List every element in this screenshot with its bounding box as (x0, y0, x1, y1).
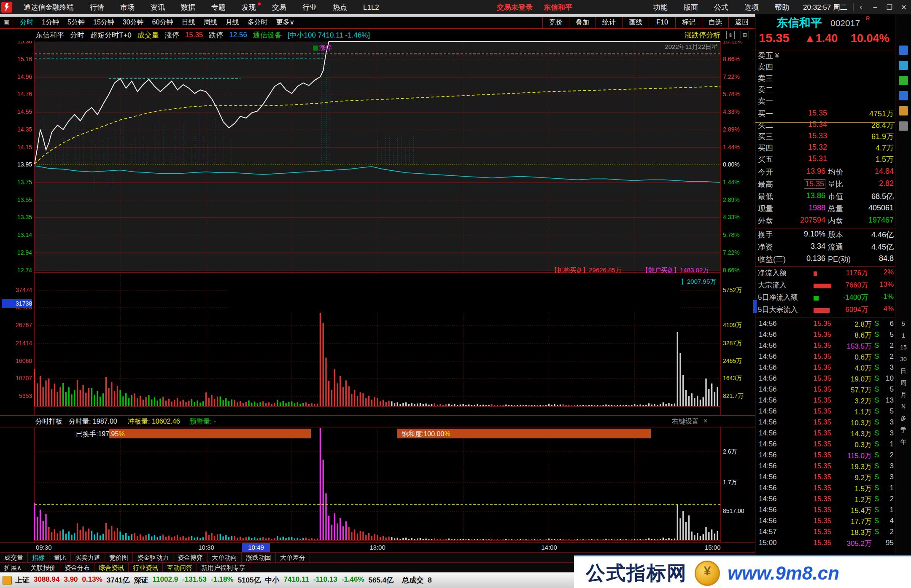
period-60分钟[interactable]: 60分钟 (148, 18, 178, 27)
menu-item-交易[interactable]: 交易 (264, 3, 294, 11)
login-status[interactable]: 交易未登录 (497, 3, 533, 12)
tab-大单动向[interactable]: 大单动向 (208, 553, 242, 563)
tab-成交量[interactable]: 成交量 (0, 553, 28, 563)
tick-row[interactable]: 14:5615.350.6万S2 (755, 352, 895, 363)
pin-icon[interactable]: ⊕ (726, 31, 735, 39)
menu-item-数据[interactable]: 数据 (173, 3, 203, 11)
tab-指标[interactable]: 指标 (28, 553, 49, 563)
back-icon[interactable]: ‹ (854, 3, 868, 11)
tick-row[interactable]: 14:5615.350.3万S1 (755, 440, 895, 451)
period-月线[interactable]: 月线 (221, 18, 243, 27)
menu-item-功能[interactable]: 功能 (645, 3, 676, 12)
strip-period-年[interactable]: 年 (895, 438, 911, 446)
tab-关联报价[interactable]: 关联报价 (26, 563, 60, 573)
tick-row[interactable]: 14:5615.3519.0万S10 (755, 374, 895, 385)
tick-row[interactable]: 14:5615.358.6万S5 (755, 330, 895, 341)
toolbar-button-标记[interactable]: 标记 (675, 17, 702, 28)
toolbar-button-F10[interactable]: F10 (649, 17, 675, 28)
menu-item-资讯[interactable]: 资讯 (143, 3, 173, 11)
tab-资金驱动力[interactable]: 资金驱动力 (133, 553, 173, 563)
period-分时[interactable]: 分时 (16, 18, 38, 27)
tab-资金博弈[interactable]: 资金博弈 (173, 553, 208, 563)
menu-item-行情[interactable]: 行情 (82, 3, 112, 11)
tick-row[interactable]: 14:5615.3519.3万S3 (755, 462, 895, 473)
draw-icon[interactable] (899, 76, 908, 85)
menu-item-选项[interactable]: 选项 (736, 3, 767, 12)
strip-period-日[interactable]: 日 (895, 368, 911, 375)
star-icon[interactable] (899, 106, 908, 115)
period-30分钟[interactable]: 30分钟 (119, 18, 148, 27)
toolbar-button-返回[interactable]: 返回 (728, 17, 755, 28)
tick-row[interactable]: 14:5615.353.2万S13 (755, 396, 895, 407)
toolbar-button-统计[interactable]: 统计 (596, 17, 622, 28)
flag-icon[interactable] (899, 121, 908, 131)
toolbar-button-竞价[interactable]: 竞价 (542, 17, 569, 28)
tick-row[interactable]: 14:5615.351.2万S2 (755, 495, 895, 506)
minimize-icon[interactable]: – (868, 3, 882, 11)
refresh-icon[interactable] (899, 61, 908, 70)
intraday-chart[interactable] (0, 29, 755, 551)
close-icon[interactable]: ✕ (897, 3, 911, 11)
period-1分钟[interactable]: 1分钟 (38, 18, 63, 27)
toolbar-button-画线[interactable]: 画线 (622, 17, 649, 28)
tick-row[interactable]: 14:5615.359.2万S3 (755, 473, 895, 484)
strip-period-1[interactable]: 1 (895, 332, 911, 339)
tab-行业资讯[interactable]: 行业资讯 (129, 563, 163, 573)
menu-item-版面[interactable]: 版面 (676, 3, 706, 12)
toolbar-button-自选[interactable]: 自选 (702, 17, 728, 28)
strip-period-5[interactable]: 5 (895, 320, 911, 327)
expand-icon[interactable]: ⊞ (741, 31, 749, 39)
tick-row[interactable]: 14:5615.351.5万S1 (755, 484, 895, 495)
tick-row[interactable]: 14:5615.35153.5万S2 (755, 341, 895, 352)
tick-row[interactable]: 14:5615.35115.0万S2 (755, 451, 895, 462)
tab-综合资讯[interactable]: 综合资讯 (94, 563, 129, 573)
market-status-icon[interactable] (3, 576, 12, 585)
tab-量比[interactable]: 量比 (49, 553, 71, 563)
strip-period-季[interactable]: 季 (895, 427, 911, 434)
tick-row[interactable]: 14:5615.352.8万S6 (755, 320, 895, 330)
menu-item-公式[interactable]: 公式 (706, 3, 736, 12)
tab-竞价图[interactable]: 竞价图 (105, 553, 133, 563)
tab-扩展∧[interactable]: 扩展∧ (0, 563, 26, 573)
tab-大单差分[interactable]: 大单差分 (276, 553, 310, 563)
restore-icon[interactable]: ❐ (882, 3, 897, 11)
menu-item-L1L2[interactable]: L1L2 (355, 3, 387, 11)
menu-item-市场[interactable]: 市场 (112, 3, 143, 11)
tick-row[interactable]: 14:5615.351.1万S5 (755, 407, 895, 418)
period-多分时[interactable]: 多分时 (243, 18, 272, 27)
tab-买卖力道[interactable]: 买卖力道 (71, 553, 105, 563)
industry-label[interactable]: 通信设备 (253, 30, 282, 40)
period-日线[interactable]: 日线 (177, 18, 199, 27)
menu-item-专题[interactable]: 专题 (203, 3, 234, 11)
watermark-url[interactable]: www.9m8.cn (728, 563, 839, 584)
sub-indicator-title[interactable]: 分时打板 (35, 417, 62, 426)
strip-period-周[interactable]: 周 (895, 379, 911, 387)
header-sub-indicator[interactable]: 成交量 (137, 30, 159, 40)
menu-item-发现[interactable]: 发现 (234, 3, 264, 11)
menu-item-行业[interactable]: 行业 (294, 3, 325, 11)
menu-item-通达信金融终端[interactable]: 通达信金融终端 (16, 3, 82, 11)
strip-period-多[interactable]: 多 (895, 415, 911, 422)
close-icon[interactable]: × (703, 417, 707, 425)
tick-row[interactable]: 14:5615.3510.3万S3 (755, 418, 895, 429)
period-周线[interactable]: 周线 (199, 18, 221, 27)
strip-period-15[interactable]: 15 (895, 344, 911, 351)
titlebar-stock-name[interactable]: 东信和平 (544, 3, 572, 12)
tab-新用户福利专享[interactable]: 新用户福利专享 (197, 563, 250, 573)
period-更多∨[interactable]: 更多∨ (272, 18, 299, 27)
tick-row[interactable]: 14:5715.3518.3万S2 (755, 528, 895, 539)
grid-icon[interactable] (899, 91, 908, 100)
app-logo-icon[interactable] (1, 2, 12, 13)
menu-item-热点[interactable]: 热点 (325, 3, 355, 11)
tick-row[interactable]: 14:5615.354.0万S3 (755, 363, 895, 374)
tick-row[interactable]: 14:5615.3557.7万S5 (755, 385, 895, 396)
strip-period-月[interactable]: 月 (895, 391, 911, 399)
strip-period-N[interactable]: N (895, 403, 911, 410)
tick-row[interactable]: 15:0015.35305.2万95 (755, 539, 895, 550)
header-period[interactable]: 分时 (70, 30, 84, 40)
toolbar-button-叠加[interactable]: 叠加 (569, 17, 596, 28)
period-5分钟[interactable]: 5分钟 (63, 18, 89, 27)
header-indicator[interactable]: 超短分时T+0 (90, 30, 132, 40)
menu-item-帮助[interactable]: 帮助 (767, 3, 797, 12)
strip-period-30[interactable]: 30 (895, 356, 911, 362)
